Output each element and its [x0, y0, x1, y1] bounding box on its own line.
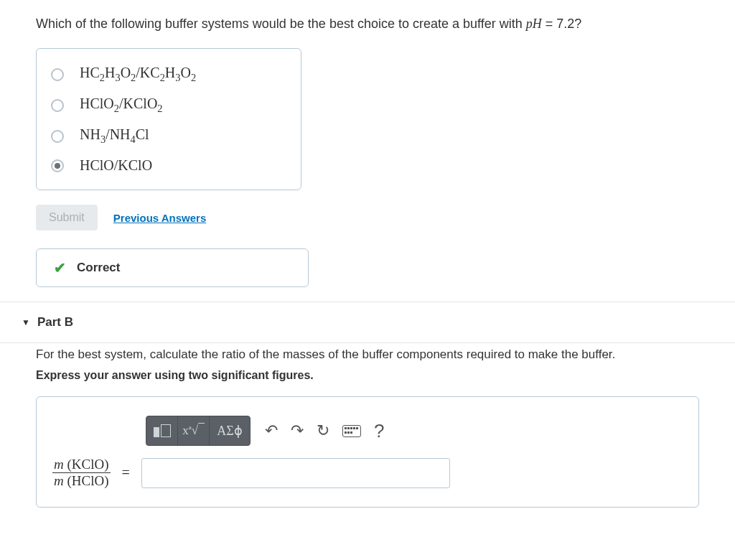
formula-toolbar: xa√ ΑΣϕ ↶ ↷ ↻ ?	[146, 415, 683, 447]
ratio-den: HClO	[72, 473, 104, 488]
submit-button[interactable]: Submit	[36, 205, 98, 230]
option-1[interactable]: HClO2/KClO2	[51, 90, 286, 121]
help-icon[interactable]: ?	[374, 420, 384, 442]
part-a-question: Which of the following buffer systems wo…	[36, 14, 699, 34]
keyboard-icon[interactable]	[342, 425, 361, 437]
ratio-expression: m (KClO) m (HClO)	[52, 457, 111, 489]
question-var: pH	[526, 17, 542, 31]
option-formula: HC2H3O2/KC2H3O2	[80, 65, 196, 84]
part-b-title: Part B	[37, 315, 73, 330]
radio-icon[interactable]	[51, 159, 64, 172]
part-b-header[interactable]: ▼ Part B	[0, 302, 735, 342]
greek-button[interactable]: ΑΣϕ	[210, 416, 250, 445]
question-prefix: Which of the following buffer systems wo…	[36, 17, 526, 31]
fraction-button[interactable]: xa√	[178, 416, 210, 445]
greek-label: ΑΣϕ	[217, 423, 242, 439]
feedback-box: ✔ Correct	[36, 248, 309, 287]
question-suffix: = 7.2?	[542, 17, 582, 31]
radio-icon[interactable]	[51, 130, 64, 143]
caret-down-icon: ▼	[22, 317, 30, 327]
check-icon: ✔	[54, 259, 66, 276]
redo-icon[interactable]: ↷	[291, 421, 304, 440]
option-formula: NH3/NH4Cl	[80, 126, 149, 146]
ratio-num: KClO	[72, 457, 104, 472]
radio-icon[interactable]	[51, 99, 64, 112]
option-3[interactable]: HClO/KClO	[51, 151, 286, 179]
answer-area: xa√ ΑΣϕ ↶ ↷ ↻ ? m (	[36, 396, 699, 508]
answer-input[interactable]	[141, 458, 450, 488]
templates-button[interactable]	[146, 416, 178, 445]
option-formula: HClO/KClO	[80, 157, 152, 174]
previous-answers-link[interactable]: Previous Answers	[113, 212, 207, 224]
undo-icon[interactable]: ↶	[265, 421, 278, 440]
radio-icon[interactable]	[51, 68, 64, 81]
equals-sign: =	[118, 465, 134, 481]
part-b-prompt: For the best system, calculate the ratio…	[36, 347, 699, 362]
feedback-label: Correct	[77, 261, 120, 275]
reset-icon[interactable]: ↻	[317, 421, 329, 440]
options-box: HC2H3O2/KC2H3O2HClO2/KClO2NH3/NH4ClHClO/…	[36, 48, 301, 190]
part-b-hint: Express your answer using two significan…	[36, 369, 699, 382]
option-0[interactable]: HC2H3O2/KC2H3O2	[51, 59, 286, 90]
option-formula: HClO2/KClO2	[80, 95, 163, 115]
option-2[interactable]: NH3/NH4Cl	[51, 121, 286, 151]
